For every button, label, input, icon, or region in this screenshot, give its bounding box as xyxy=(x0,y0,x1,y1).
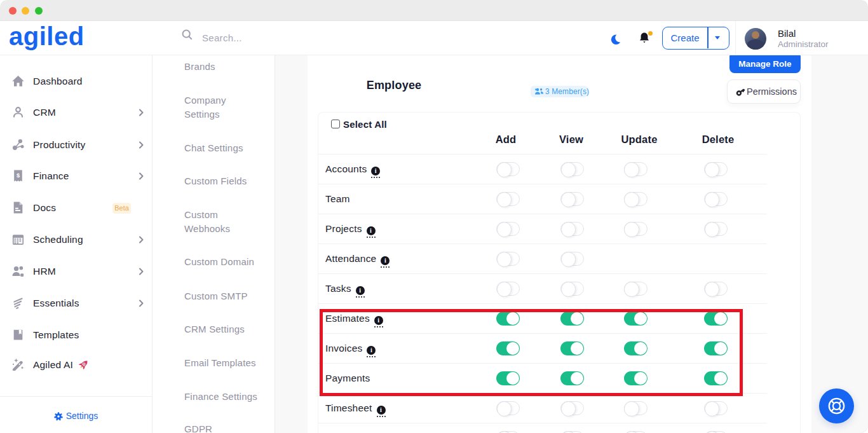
svg-text:$: $ xyxy=(17,172,20,179)
